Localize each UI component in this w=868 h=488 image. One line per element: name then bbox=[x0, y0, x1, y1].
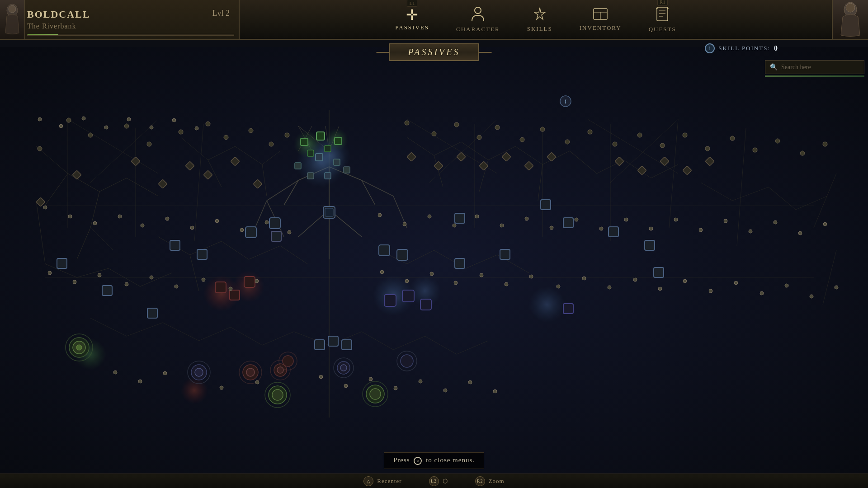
svg-point-295 bbox=[113, 371, 117, 374]
svg-point-254 bbox=[525, 217, 528, 221]
passives-title-bar: Passives bbox=[389, 43, 479, 61]
svg-point-258 bbox=[624, 218, 628, 221]
svg-rect-188 bbox=[230, 290, 240, 300]
svg-rect-158 bbox=[295, 163, 301, 169]
inventory-icon bbox=[593, 8, 608, 23]
skill-points-panel: i Skill Points: 0 bbox=[705, 43, 778, 53]
svg-rect-166 bbox=[335, 137, 342, 145]
svg-rect-190 bbox=[397, 249, 408, 260]
svg-rect-205 bbox=[645, 240, 655, 250]
svg-point-286 bbox=[633, 278, 637, 282]
svg-point-305 bbox=[443, 389, 447, 392]
svg-rect-199 bbox=[147, 308, 157, 318]
svg-point-250 bbox=[428, 215, 431, 218]
svg-rect-189 bbox=[379, 245, 390, 256]
svg-point-306 bbox=[468, 380, 472, 384]
svg-point-238 bbox=[68, 215, 72, 218]
svg-point-263 bbox=[749, 230, 752, 233]
svg-rect-210 bbox=[197, 249, 207, 259]
svg-point-311 bbox=[104, 126, 108, 129]
svg-point-145 bbox=[730, 136, 735, 141]
close-hint-text-after: to close menus. bbox=[426, 456, 475, 464]
zoom-badge: L2 bbox=[429, 476, 439, 486]
svg-point-118 bbox=[181, 377, 208, 404]
svg-rect-12 bbox=[0, 47, 868, 481]
svg-point-234 bbox=[340, 365, 347, 371]
svg-point-296 bbox=[138, 380, 142, 383]
svg-point-264 bbox=[774, 221, 777, 224]
svg-point-143 bbox=[683, 133, 687, 137]
nav-quests[interactable]: R1 Quests bbox=[649, 6, 676, 33]
svg-point-289 bbox=[709, 289, 712, 293]
svg-rect-159 bbox=[316, 154, 323, 161]
svg-point-127 bbox=[224, 135, 228, 140]
svg-point-266 bbox=[823, 222, 827, 226]
svg-point-297 bbox=[163, 371, 167, 375]
svg-point-260 bbox=[674, 218, 678, 221]
svg-rect-168 bbox=[325, 145, 331, 152]
svg-rect-197 bbox=[57, 258, 67, 268]
xp-bar bbox=[27, 34, 234, 36]
svg-rect-193 bbox=[420, 299, 431, 310]
svg-point-136 bbox=[520, 137, 524, 142]
svg-point-287 bbox=[658, 287, 662, 291]
svg-rect-198 bbox=[102, 286, 112, 296]
passives-label: Passives bbox=[395, 24, 429, 31]
bottom-bar: △ Recenter L2 ⬡ R2 Zoom bbox=[0, 474, 868, 488]
search-container[interactable]: 🔍 bbox=[765, 60, 864, 74]
svg-rect-186 bbox=[215, 282, 226, 293]
nav-buttons: L1 ✛ Passives Character Skills bbox=[240, 6, 832, 33]
nav-passives[interactable]: L1 ✛ Passives bbox=[395, 8, 429, 31]
svg-rect-204 bbox=[563, 304, 573, 314]
svg-point-148 bbox=[800, 151, 805, 155]
svg-point-243 bbox=[190, 226, 194, 230]
svg-point-135 bbox=[495, 125, 500, 130]
svg-point-249 bbox=[403, 222, 406, 226]
svg-point-241 bbox=[141, 224, 144, 227]
passives-title: Passives bbox=[408, 47, 460, 57]
svg-point-279 bbox=[454, 281, 458, 285]
top-navigation: Boldcall Lvl 2 The Riverbank L1 ✛ Passiv… bbox=[0, 0, 868, 40]
svg-point-120 bbox=[38, 146, 42, 151]
svg-rect-201 bbox=[500, 249, 510, 259]
inventory-label: Inventory bbox=[580, 24, 622, 32]
character-avatar bbox=[0, 0, 25, 39]
svg-point-308 bbox=[38, 117, 42, 121]
recenter-button[interactable]: △ Recenter bbox=[363, 476, 401, 486]
svg-point-278 bbox=[430, 272, 434, 276]
passive-tree-svg[interactable]: i bbox=[0, 40, 868, 488]
svg-rect-163 bbox=[307, 173, 314, 179]
svg-point-242 bbox=[165, 217, 169, 221]
svg-point-262 bbox=[724, 219, 727, 223]
zoom-button[interactable]: L2 ⬡ bbox=[429, 476, 448, 486]
svg-point-301 bbox=[344, 384, 348, 388]
svg-point-129 bbox=[269, 142, 274, 146]
svg-point-272 bbox=[175, 285, 178, 288]
svg-rect-161 bbox=[325, 173, 331, 179]
nav-skills[interactable]: Skills bbox=[527, 7, 552, 33]
svg-point-298 bbox=[220, 386, 223, 389]
svg-point-140 bbox=[613, 142, 617, 146]
svg-point-270 bbox=[125, 282, 128, 286]
nav-character[interactable]: Character bbox=[456, 6, 500, 33]
search-input[interactable] bbox=[781, 64, 859, 71]
svg-point-282 bbox=[529, 275, 533, 278]
svg-point-131 bbox=[405, 121, 409, 125]
svg-point-268 bbox=[73, 280, 76, 284]
nav-inventory[interactable]: Inventory bbox=[580, 8, 622, 32]
svg-point-214 bbox=[76, 345, 82, 350]
zoom-r2-badge: R2 bbox=[475, 476, 485, 486]
zoom-r2-button[interactable]: R2 Zoom bbox=[475, 476, 505, 486]
svg-rect-6 bbox=[657, 7, 668, 21]
svg-rect-182 bbox=[325, 208, 333, 216]
search-icon: 🔍 bbox=[770, 63, 778, 71]
svg-point-141 bbox=[637, 133, 642, 137]
svg-rect-184 bbox=[245, 227, 256, 238]
svg-point-130 bbox=[285, 133, 289, 137]
svg-rect-203 bbox=[609, 227, 618, 237]
svg-point-299 bbox=[255, 380, 259, 384]
svg-point-276 bbox=[380, 270, 384, 274]
character-icon bbox=[471, 6, 485, 24]
svg-point-303 bbox=[394, 386, 397, 390]
passives-icon: ✛ bbox=[406, 8, 418, 22]
